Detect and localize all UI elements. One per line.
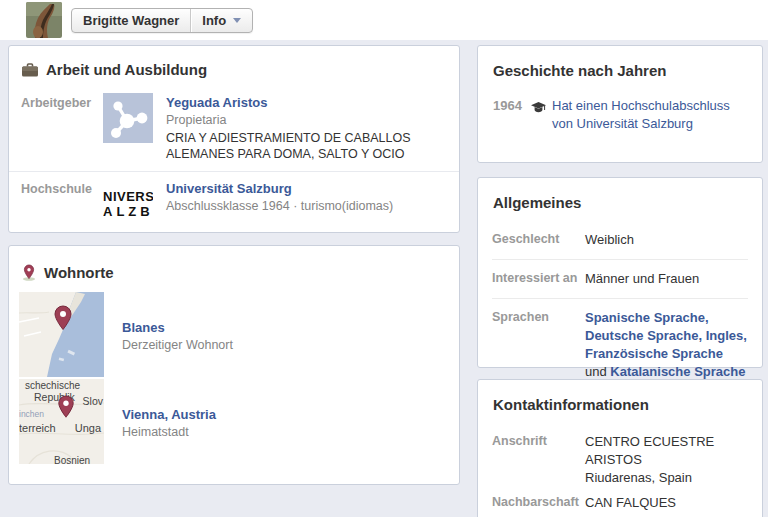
- university-logo-text: NIVERS: [103, 189, 153, 205]
- work-education-card: Arbeit und Ausbildung Arbeitgeber Yeguad…: [8, 45, 460, 233]
- gender-value: Weiblich: [585, 231, 748, 249]
- language-links[interactable]: Spanische Sprache, Deutsche Sprache, Ing…: [585, 310, 747, 361]
- university-logo: NIVERS ALZB: [103, 179, 153, 229]
- current-city-link[interactable]: Blanes: [122, 320, 165, 335]
- hometown-type: Heimatstadt: [122, 425, 216, 439]
- language-conjunction: und: [585, 364, 610, 379]
- map-pin: [57, 395, 75, 423]
- college-label: Hochschule: [21, 179, 103, 229]
- employer-row: Arbeitgeber Yeguada Aristos Propietaria …: [9, 89, 459, 171]
- history-event-row: 1964 Hat einen Hochschulabschluss von Un…: [478, 91, 762, 133]
- language-link[interactable]: Katalanische Sprache: [610, 364, 745, 379]
- map-label: Unga: [75, 422, 101, 434]
- contact-info-title: Kontaktinformationen: [493, 396, 748, 413]
- places-card: Wohnorte Blanes Derzeitiger Wohnort: [8, 245, 460, 485]
- profile-name: Brigitte Wagner: [83, 13, 179, 28]
- college-logo-thumbnail[interactable]: NIVERS ALZB: [103, 179, 153, 229]
- current-city-row: Blanes Derzeitiger Wohnort: [9, 292, 459, 377]
- section-title: Arbeit und Ausbildung: [46, 61, 207, 78]
- address-value: CENTRO ECUESTRE ARISTOS Riudarenas, Spai…: [585, 433, 748, 487]
- profile-name-button[interactable]: Brigitte Wagner: [72, 9, 190, 32]
- section-title: Kontaktinformationen: [493, 396, 649, 413]
- history-year: 1964: [493, 97, 529, 133]
- neighborhood-row: Nachbarschaft CAN FALQUES: [478, 489, 762, 517]
- employer-page-thumbnail[interactable]: [103, 93, 153, 163]
- basic-info-title: Allgemeines: [493, 194, 748, 211]
- map-label: terreich: [19, 422, 56, 434]
- chevron-down-icon: [233, 18, 241, 23]
- neighborhood-label: Nachbarschaft: [492, 494, 585, 512]
- address-line2: Riudarenas, Spain: [585, 469, 748, 487]
- languages-value: Spanische Sprache, Deutsche Sprache, Ing…: [585, 309, 748, 381]
- profile-nav: Brigitte Wagner Info: [71, 8, 253, 33]
- hometown-link[interactable]: Vienna, Austria: [122, 407, 216, 422]
- college-link[interactable]: Universität Salzburg: [166, 181, 292, 196]
- gender-row: Geschlecht Weiblich: [478, 223, 762, 257]
- employer-description: CRIA Y ADIESTRAMIENTO DE CABALLOS ALEMAN…: [166, 130, 447, 163]
- map-label: inchen: [19, 409, 44, 419]
- employer-role: Propietaria: [166, 113, 447, 127]
- interested-in-value: Männer und Frauen: [585, 270, 748, 288]
- briefcase-icon: [22, 63, 38, 77]
- map-label: Slov: [83, 395, 103, 407]
- avatar[interactable]: [26, 2, 62, 38]
- basic-info-card: Allgemeines Geschlecht Weiblich Interess…: [477, 177, 763, 368]
- work-education-title: Arbeit und Ausbildung: [22, 61, 445, 78]
- horse-photo: [26, 2, 62, 38]
- network-page-icon: [103, 93, 153, 143]
- info-tab-button[interactable]: Info: [190, 9, 252, 32]
- section-title: Wohnorte: [44, 264, 114, 281]
- row-divider: [492, 298, 748, 299]
- languages-row: Sprachen Spanische Sprache, Deutsche Spr…: [478, 301, 762, 389]
- college-content: Universität Salzburg Abschlussklasse 196…: [166, 179, 447, 229]
- address-row: Anschrift CENTRO ECUESTRE ARISTOS Riudar…: [478, 425, 762, 489]
- vienna-map-thumbnail[interactable]: schechische Republik Slov inchen terreic…: [19, 379, 104, 464]
- employer-link[interactable]: Yeguada Aristos: [166, 95, 267, 110]
- contact-info-card: Kontaktinformationen Anschrift CENTRO EC…: [477, 379, 763, 517]
- college-details: Abschlussklasse 1964 · turismo(idiomas): [166, 199, 447, 213]
- history-title: Geschichte nach Jahren: [493, 62, 748, 79]
- graduation-cap-icon: [531, 99, 546, 133]
- gender-label: Geschlecht: [492, 231, 585, 249]
- blanes-map-thumbnail[interactable]: [19, 292, 104, 377]
- section-title: Geschichte nach Jahren: [493, 62, 666, 79]
- coast-map: [19, 292, 104, 377]
- current-city-content: Blanes Derzeitiger Wohnort: [122, 318, 233, 352]
- section-title: Allgemeines: [493, 194, 581, 211]
- map-label: Bosnien: [54, 455, 90, 464]
- address-line1: CENTRO ECUESTRE ARISTOS: [585, 433, 748, 469]
- address-label: Anschrift: [492, 433, 585, 487]
- interested-in-label: Interessiert an: [492, 270, 585, 288]
- employer-content: Yeguada Aristos Propietaria CRIA Y ADIES…: [166, 93, 447, 163]
- neighborhood-value: CAN FALQUES: [585, 494, 748, 512]
- top-bar: Brigitte Wagner Info: [0, 0, 768, 40]
- university-logo-text: ALZB: [103, 204, 153, 220]
- map-pin-icon: [22, 264, 36, 281]
- hometown-row: schechische Republik Slov inchen terreic…: [9, 379, 459, 464]
- employer-label: Arbeitgeber: [21, 93, 103, 163]
- map-label: schechische: [25, 380, 80, 391]
- languages-label: Sprachen: [492, 309, 585, 381]
- history-card: Geschichte nach Jahren 1964 Hat einen Ho…: [477, 45, 763, 163]
- hometown-content: Vienna, Austria Heimatstadt: [122, 405, 216, 439]
- current-city-type: Derzeitiger Wohnort: [122, 338, 233, 352]
- interested-in-row: Interessiert an Männer und Frauen: [478, 262, 762, 296]
- places-title: Wohnorte: [22, 264, 445, 281]
- history-event-link[interactable]: Hat einen Hochschulabschluss von Univers…: [552, 97, 748, 133]
- profile-info-page: { "header": { "profile_name": "Brigitte …: [0, 0, 768, 517]
- college-row: Hochschule NIVERS ALZB Universität Salzb…: [9, 172, 459, 237]
- info-tab-label: Info: [202, 13, 226, 28]
- row-divider: [492, 259, 748, 260]
